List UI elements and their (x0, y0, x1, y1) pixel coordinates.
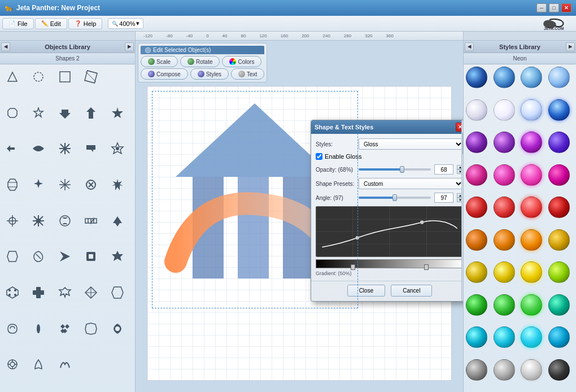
style-ball-item[interactable] (494, 67, 515, 88)
shape-item[interactable] (28, 211, 49, 231)
scale-button[interactable]: Scale (141, 56, 178, 67)
compose-button[interactable]: Compose (141, 68, 188, 80)
shape-item[interactable] (55, 246, 75, 267)
shape-item[interactable] (2, 138, 23, 159)
shape-item[interactable] (2, 67, 23, 87)
style-ball-item[interactable] (548, 326, 570, 348)
style-ball-item[interactable] (466, 229, 487, 251)
maximize-button[interactable]: □ (549, 3, 559, 12)
curve-editor[interactable] (316, 206, 463, 257)
style-ball-item[interactable] (548, 67, 570, 88)
shape-item[interactable] (81, 319, 101, 339)
shape-item[interactable] (28, 282, 49, 303)
shape-item[interactable] (55, 211, 75, 231)
style-ball-item[interactable] (466, 262, 487, 283)
shape-item[interactable] (2, 354, 23, 374)
panel-nav-left-button[interactable]: ◀ (1, 42, 10, 51)
style-ball-item[interactable] (494, 99, 515, 121)
style-ball-item[interactable] (521, 359, 542, 381)
style-ball-item[interactable] (521, 262, 542, 283)
enable-gloss-checkbox[interactable] (316, 153, 322, 160)
styles-button[interactable]: Styles (190, 68, 229, 80)
style-ball-item[interactable] (521, 67, 542, 88)
style-ball-item[interactable] (494, 359, 515, 381)
menu-file[interactable]: 📄 File (2, 18, 34, 29)
style-ball-item[interactable] (466, 132, 487, 153)
shape-item[interactable] (2, 211, 23, 231)
menu-edit[interactable]: ✏️ Edit (35, 18, 67, 29)
shape-item[interactable] (107, 211, 128, 231)
shape-item[interactable] (107, 103, 128, 123)
shape-item[interactable] (55, 67, 75, 87)
shape-item[interactable] (2, 175, 23, 195)
shape-item[interactable] (81, 175, 101, 195)
shape-item[interactable] (55, 175, 75, 195)
style-ball-item[interactable] (521, 99, 542, 121)
shape-item[interactable] (28, 103, 49, 123)
shape-item[interactable] (28, 354, 49, 374)
cancel-button[interactable]: Cancel (391, 285, 432, 297)
shape-presets-select[interactable]: Custom (359, 178, 463, 189)
shape-item[interactable] (81, 103, 101, 123)
shape-item[interactable] (2, 319, 23, 339)
menu-help[interactable]: ❓ Help (68, 18, 103, 29)
style-ball-item[interactable] (494, 262, 515, 283)
shape-item[interactable] (107, 138, 128, 159)
rotate-button[interactable]: Rotate (180, 56, 220, 67)
shape-item[interactable] (55, 103, 75, 123)
angle-slider[interactable] (359, 197, 431, 199)
shape-item[interactable] (28, 138, 49, 159)
shape-item[interactable] (107, 67, 128, 87)
style-ball-item[interactable] (466, 359, 487, 381)
dialog-scrollbar[interactable] (461, 120, 463, 301)
style-ball-item[interactable] (548, 262, 570, 283)
style-ball-item[interactable] (494, 229, 515, 251)
minimize-button[interactable]: ─ (536, 3, 547, 12)
styles-nav-left-button[interactable]: ◀ (465, 42, 474, 51)
gradient-bar[interactable] (316, 259, 463, 268)
style-ball-item[interactable] (466, 99, 487, 121)
shape-item[interactable] (107, 246, 128, 267)
shape-item[interactable] (107, 175, 128, 195)
shape-item[interactable] (2, 246, 23, 267)
shape-item[interactable] (28, 246, 49, 267)
shape-item[interactable] (81, 246, 101, 267)
style-ball-item[interactable] (521, 197, 542, 218)
style-ball-item[interactable] (466, 294, 487, 316)
style-ball-item[interactable] (548, 197, 570, 218)
style-ball-item[interactable] (494, 294, 515, 316)
shape-item[interactable] (28, 67, 49, 87)
panel-nav-right-button[interactable]: ▶ (125, 42, 134, 51)
style-ball-item[interactable] (466, 197, 487, 218)
style-ball-item[interactable] (521, 164, 542, 186)
close-button[interactable]: Close (347, 285, 386, 297)
style-ball-item[interactable] (494, 132, 515, 153)
style-ball-item[interactable] (548, 132, 570, 153)
style-ball-item[interactable] (548, 164, 570, 186)
close-button[interactable]: ✕ (561, 3, 571, 12)
gradient-handle-left[interactable] (351, 264, 355, 270)
style-ball-item[interactable] (494, 164, 515, 186)
style-ball-item[interactable] (466, 326, 487, 348)
style-ball-item[interactable] (521, 229, 542, 251)
style-ball-item[interactable] (521, 132, 542, 153)
styles-nav-right-button[interactable]: ▶ (566, 42, 575, 51)
opacity-slider[interactable] (359, 168, 431, 171)
angle-input[interactable] (434, 193, 453, 203)
style-ball-item[interactable] (548, 229, 570, 251)
shape-item[interactable] (107, 282, 128, 303)
dialog-scroll-thumb[interactable] (462, 132, 463, 155)
shape-item[interactable] (81, 211, 101, 231)
shape-item[interactable] (107, 319, 128, 339)
text-button[interactable]: Text (231, 68, 264, 80)
shape-item[interactable] (28, 319, 49, 339)
shape-item[interactable] (55, 138, 75, 159)
shape-item[interactable] (81, 138, 101, 159)
style-ball-item[interactable] (548, 294, 570, 316)
shape-item[interactable] (55, 319, 75, 339)
shape-item[interactable] (81, 67, 101, 87)
style-ball-item[interactable] (466, 67, 487, 88)
style-ball-item[interactable] (548, 359, 570, 381)
gradient-handle-right[interactable] (424, 264, 429, 270)
style-ball-item[interactable] (494, 326, 515, 348)
